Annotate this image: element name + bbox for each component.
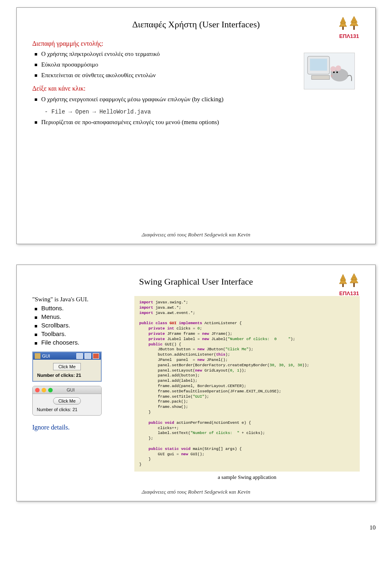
logo: ΕΠΛ131 xyxy=(333,15,365,39)
clicks-label: Number of clicks: 21 xyxy=(37,407,97,412)
svg-rect-11 xyxy=(342,284,344,287)
svg-point-9 xyxy=(333,71,335,73)
list-item: Scrollbars. xyxy=(32,322,126,329)
right-column: import javax.swing.*; import java.awt.*;… xyxy=(134,296,360,481)
mac-minimize-icon[interactable] xyxy=(42,388,46,392)
code-block: import javax.swing.*; import java.awt.*;… xyxy=(134,296,360,472)
windows-gui-preview: GUI Click Me Number of clicks: 21 xyxy=(32,352,102,382)
list-item: File choosers. xyxy=(32,339,126,346)
logo-label: ΕΠΛ131 xyxy=(333,290,365,296)
left-column: "Swing" is Java's GUI. Buttons. Menus. S… xyxy=(32,296,126,481)
clicks-label: Number of clicks: 21 xyxy=(37,373,97,378)
svg-rect-1 xyxy=(353,26,355,30)
list-item: Buttons. xyxy=(32,305,126,312)
mac-gui-preview: GUI Click Me Number of clicks: 21 xyxy=(32,386,102,416)
mac-title: GUI xyxy=(55,387,99,392)
section2-list2: Περιορίζεται σε προ-αποφασισμένες επιλογ… xyxy=(32,118,360,127)
close-icon[interactable] xyxy=(93,353,99,359)
svg-point-10 xyxy=(336,71,338,73)
list-item: Menus. xyxy=(32,313,126,320)
swing-intro: "Swing" is Java's GUI. xyxy=(32,296,126,303)
swing-list: Buttons. Menus. Scrollbars. Toolbars. Fi… xyxy=(32,305,126,346)
svg-point-8 xyxy=(336,65,341,71)
logo-tree-icon xyxy=(337,272,361,289)
list-item: Toolbars. xyxy=(32,330,126,337)
logo-tree-icon xyxy=(337,15,361,31)
page-number: 10 xyxy=(0,522,392,539)
win-title: GUI xyxy=(42,354,50,358)
ignore-details: Ignore details. xyxy=(32,424,126,431)
mac-titlebar: GUI xyxy=(33,386,101,394)
slide-title: Swing Graphical User Interface xyxy=(32,276,360,287)
svg-rect-0 xyxy=(342,27,344,30)
code-path: - File → Open → HelloWorld.java xyxy=(45,108,360,116)
maximize-icon[interactable] xyxy=(85,353,91,359)
footer-credit: Διαφάνειες από τους Robert Sedgewick και… xyxy=(142,489,250,495)
slide-2: ΕΠΛ131 Swing Graphical User Interface "S… xyxy=(16,265,376,501)
mac-zoom-icon[interactable] xyxy=(48,388,53,392)
svg-point-7 xyxy=(330,66,336,72)
click-me-button[interactable]: Click Me xyxy=(53,397,81,405)
slide-title: Διεπαφές Χρήστη (User Interfaces) xyxy=(32,19,360,30)
minimize-icon[interactable] xyxy=(76,353,83,359)
svg-rect-12 xyxy=(353,283,355,287)
mac-close-icon[interactable] xyxy=(35,388,40,392)
section1-head: Διεπαφή γραμμής εντολής: xyxy=(32,39,360,48)
mouse-cartoon-image xyxy=(304,53,355,89)
click-me-button[interactable]: Click Me xyxy=(53,363,81,370)
app-icon xyxy=(35,353,40,359)
section2-list: Ο χρήστης ενεργοποιεί εφαρμογές μέσω γρα… xyxy=(32,95,360,104)
win-titlebar: GUI xyxy=(33,352,101,360)
svg-rect-3 xyxy=(310,59,327,71)
list-item: Περιορίζεται σε προ-αποφασισμένες επιλογ… xyxy=(32,118,360,127)
list-item: Ο χρήστης ενεργοποιεί εφαρμογές μέσω γρα… xyxy=(32,95,360,104)
code-caption: a sample Swing application xyxy=(134,474,360,481)
slide-1: ΕΠΛ131 Διεπαφές Χρήστη (User Interfaces)… xyxy=(16,7,376,244)
logo-label: ΕΠΛ131 xyxy=(333,33,365,39)
logo: ΕΠΛ131 xyxy=(333,272,365,296)
footer-credit: Διαφάνειες από τους Robert Sedgewick και… xyxy=(142,231,250,238)
svg-rect-4 xyxy=(312,76,330,80)
